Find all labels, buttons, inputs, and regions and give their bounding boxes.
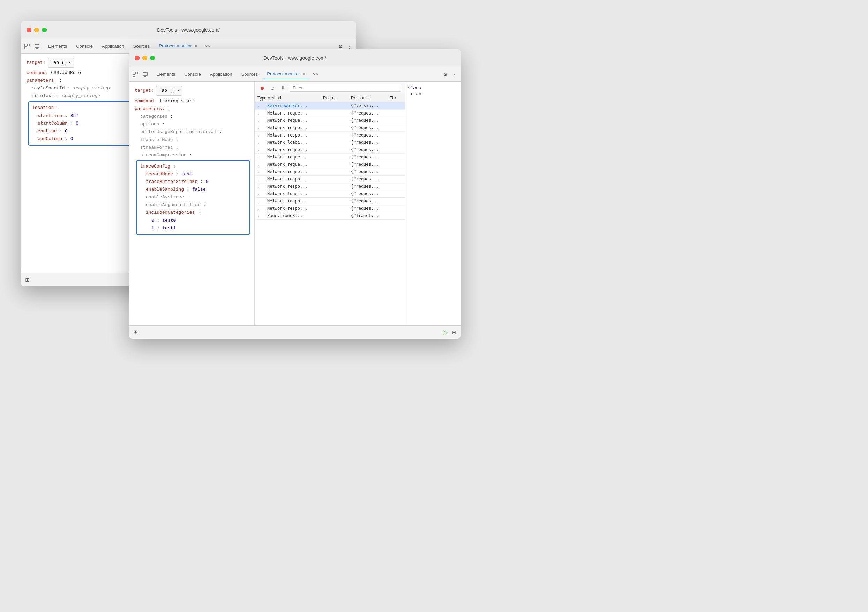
table-row[interactable]: ↓ Page.frameSt... {"frameI... xyxy=(255,212,405,220)
table-row[interactable]: ↓ Network.reque... {"reques... xyxy=(255,168,405,176)
bg-tab-application[interactable]: Application xyxy=(98,42,129,51)
row-method: Network.respo... xyxy=(267,133,323,138)
json-preview-content: {"vers ▶ ver xyxy=(408,84,458,97)
fg-network-table: Type Method Requ... Response El.↑ ↓ Serv… xyxy=(255,94,405,325)
fg-enableArgFilter-key: enableArgumentFilter xyxy=(146,202,200,207)
fg-close-button[interactable] xyxy=(135,56,140,61)
fg-bottom-bar: ⊞ ▷ ⊟ xyxy=(129,325,460,339)
table-row[interactable]: ↓ Network.respo... {"reques... xyxy=(255,197,405,205)
fg-tab-more[interactable]: >> xyxy=(310,70,320,78)
fg-maximize-button[interactable] xyxy=(150,56,155,61)
row-method: Network.respo... xyxy=(267,206,323,211)
fg-network-panel: ⏺ ⊘ ⬇ Type Method Requ... Response El.↑ … xyxy=(255,82,405,325)
close-button-bg[interactable] xyxy=(26,28,31,33)
table-row[interactable]: ↓ Network.respo... {"reques... xyxy=(255,183,405,190)
svg-rect-3 xyxy=(35,44,39,48)
row-arrow: ↓ xyxy=(257,103,267,108)
fg-enableSampling-key: enableSampling xyxy=(146,187,184,192)
record-button[interactable]: ⏺ xyxy=(258,84,266,92)
col-header-response: Response xyxy=(351,96,389,101)
svg-rect-5 xyxy=(133,72,135,74)
row-arrow: ↓ xyxy=(257,199,267,203)
fg-json-panel: {"vers ▶ ver xyxy=(405,82,460,325)
table-row[interactable]: ↓ Network.respo... {"reques... xyxy=(255,205,405,212)
bg-tab-close[interactable]: ✕ xyxy=(194,44,197,48)
col-header-type: Type xyxy=(257,96,267,101)
fg-more-icon[interactable]: ⋮ xyxy=(451,71,458,78)
bg-location-row: location : xyxy=(32,104,145,112)
table-row[interactable]: ↓ ServiceWorker... {"versio... xyxy=(255,102,405,110)
filter-input[interactable] xyxy=(290,84,401,92)
fg-cat0-value: test0 xyxy=(162,218,176,223)
maximize-button-bg[interactable] xyxy=(42,28,47,33)
bg-dock-icon[interactable]: ⊞ xyxy=(25,276,29,283)
device-icon[interactable] xyxy=(34,43,40,50)
row-arrow: ↓ xyxy=(257,206,267,211)
table-row[interactable]: ↓ Network.respo... {"reques... xyxy=(255,132,405,139)
download-button[interactable]: ⬇ xyxy=(279,84,287,92)
bg-startColumn-value: 0 xyxy=(76,121,79,126)
foreground-devtools-window: DevTools - www.google.com/ Elements Cons… xyxy=(129,49,460,339)
bg-tab-elements[interactable]: Elements xyxy=(44,42,71,51)
fg-tab-close[interactable]: ✕ xyxy=(302,72,305,76)
fg-enableSystrace-key: enableSystrace xyxy=(146,194,184,200)
row-method: Network.respo... xyxy=(267,177,323,182)
fg-traceBuffer-row: traceBufferSizeInKb : 0 xyxy=(140,178,246,186)
bg-endColumn-row: endColumn : 0 xyxy=(32,135,145,143)
table-row[interactable]: ↓ Network.reque... {"reques... xyxy=(255,110,405,117)
row-response: {"reques... xyxy=(351,140,389,145)
fg-tab-protocol-monitor[interactable]: Protocol monitor ✕ xyxy=(263,69,310,79)
fg-send-button[interactable]: ▷ xyxy=(443,329,448,336)
svg-rect-7 xyxy=(133,75,135,77)
row-response: {"reques... xyxy=(351,191,389,196)
fg-target-select[interactable]: Tab () ▾ xyxy=(156,86,183,96)
fg-options-row: options : xyxy=(135,120,249,128)
fg-enableSampling-row: enableSampling : false xyxy=(140,186,246,193)
fg-dock-icon[interactable]: ⊞ xyxy=(133,329,138,336)
fg-settings-icon[interactable]: ⚙ xyxy=(442,71,449,78)
fg-traceconfig-box: traceConfig : recordMode : test traceBuf… xyxy=(136,160,250,235)
row-arrow: ↓ xyxy=(257,140,267,145)
table-row[interactable]: ↓ Network.loadi... {"reques... xyxy=(255,190,405,197)
row-arrow: ↓ xyxy=(257,162,267,167)
row-arrow: ↓ xyxy=(257,148,267,152)
fg-cat1-row: 1 : test1 xyxy=(140,224,246,232)
table-row[interactable]: ↓ Network.reque... {"reques... xyxy=(255,161,405,168)
fg-tab-console[interactable]: Console xyxy=(180,70,205,79)
bg-tab-console[interactable]: Console xyxy=(72,42,97,51)
fg-tab-application[interactable]: Application xyxy=(206,70,237,79)
bg-endLine-value: 0 xyxy=(65,129,68,134)
table-header-row: Type Method Requ... Response El.↑ xyxy=(255,94,405,102)
table-row[interactable]: ↓ Network.reque... {"reques... xyxy=(255,146,405,154)
fg-device-icon[interactable] xyxy=(142,71,149,78)
table-row[interactable]: ↓ Network.respo... {"reques... xyxy=(255,176,405,183)
fg-content: target: Tab () ▾ command: Tracing.start … xyxy=(129,82,460,325)
background-tab-icons xyxy=(24,43,40,50)
fg-inspect-icon[interactable] xyxy=(132,71,139,78)
table-row[interactable]: ↓ Network.reque... {"reques... xyxy=(255,154,405,161)
fg-minimize-button[interactable] xyxy=(143,56,147,61)
fg-target-dropdown-icon: ▾ xyxy=(177,87,179,95)
fg-transferMode-row: transferMode : xyxy=(135,136,249,144)
bg-endLine-key: endLine xyxy=(38,129,57,134)
fg-categories-key: categories xyxy=(140,114,167,119)
fg-enableSampling-value: false xyxy=(192,187,206,192)
bg-startColumn-key: startColumn xyxy=(38,121,68,126)
table-row[interactable]: ↓ Network.loadi... {"reques... xyxy=(255,139,405,146)
fg-tab-sources[interactable]: Sources xyxy=(237,70,262,79)
row-method: Network.reque... xyxy=(267,162,323,167)
inspect-icon[interactable] xyxy=(24,43,31,50)
fg-tab-elements[interactable]: Elements xyxy=(152,70,179,79)
bg-startLine-value: 857 xyxy=(70,113,79,118)
bg-ruleText-value: <empty_string> xyxy=(62,93,100,98)
clear-button[interactable]: ⊘ xyxy=(269,84,276,92)
table-row[interactable]: ↓ Network.reque... {"reques... xyxy=(255,117,405,124)
table-row[interactable]: ↓ Network.respo... {"reques... xyxy=(255,124,405,132)
bg-command-value: CSS.addRule xyxy=(51,70,81,75)
bg-target-select[interactable]: Tab () ▾ xyxy=(48,58,74,68)
fg-panel-icon[interactable]: ⊟ xyxy=(452,329,456,335)
fg-parameters-row: parameters: : xyxy=(135,105,249,113)
bg-params-label: parameters: xyxy=(26,78,56,83)
bg-ruleText-key: ruleText xyxy=(32,93,54,98)
minimize-button-bg[interactable] xyxy=(34,28,39,33)
